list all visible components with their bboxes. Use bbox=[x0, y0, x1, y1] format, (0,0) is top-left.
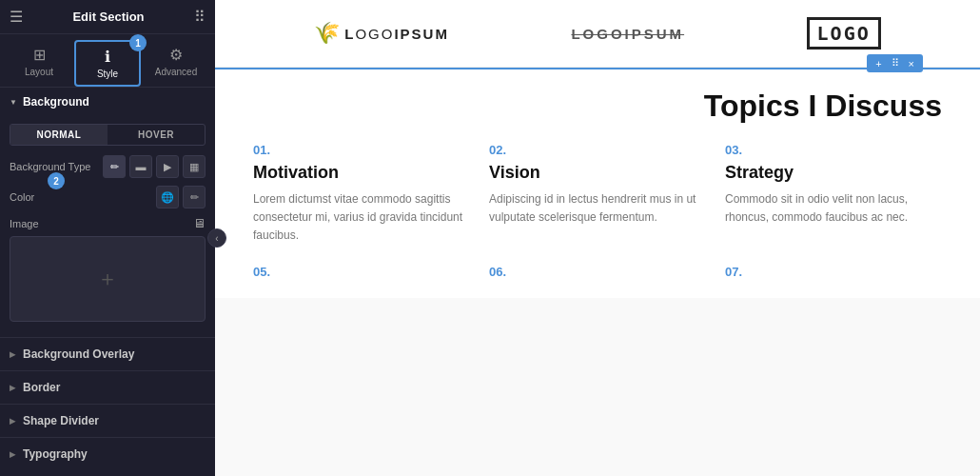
sidebar-tab-strip: ⊞ Layout ℹ Style 1 ⚙ Advanced bbox=[0, 34, 215, 88]
logo-1: 🌾 LOGOIPSUM bbox=[314, 21, 449, 46]
accordion-shape-divider-header[interactable]: ▶ Shape Divider bbox=[0, 405, 215, 437]
bg-overlay-arrow-icon: ▶ bbox=[10, 350, 15, 359]
color-label: Color bbox=[10, 191, 150, 203]
sidebar-title: Edit Section bbox=[23, 10, 194, 24]
sidebar: ☰ Edit Section ⠿ ⊞ Layout ℹ Style 1 ⚙ Ad… bbox=[0, 0, 215, 476]
bg-type-label: Background Type bbox=[10, 161, 97, 172]
logo-2-text: LOGOIPSUM bbox=[571, 26, 684, 42]
typography-label: Typography bbox=[23, 447, 88, 461]
logo-2: LOGOIPSUM bbox=[571, 26, 684, 42]
topic-3-desc: Commodo sit in odio velit non lacus, rho… bbox=[725, 190, 942, 227]
accordion-border: ▶ Border bbox=[0, 370, 215, 404]
mode-tab-normal[interactable]: NORMAL bbox=[10, 125, 108, 145]
bottom-num-3: 07. bbox=[725, 265, 942, 279]
image-label: Image bbox=[10, 218, 187, 229]
tab-advanced-label: Advanced bbox=[155, 67, 197, 77]
bottom-num-2: 06. bbox=[489, 265, 706, 279]
topic-2-number: 02. bbox=[489, 143, 706, 157]
topics-title: Topics I Discuss bbox=[253, 89, 942, 124]
style-icon: ℹ bbox=[105, 48, 110, 66]
bg-arrow-icon: ▼ bbox=[10, 98, 17, 107]
topic-1-number: 01. bbox=[253, 143, 470, 157]
bg-type-pen-btn[interactable]: ✏ bbox=[103, 155, 126, 178]
sidebar-collapse-toggle[interactable]: ‹ bbox=[207, 228, 226, 248]
logo-3-text: LOGO bbox=[807, 17, 881, 50]
accordion-bg-overlay-header[interactable]: ▶ Background Overlay bbox=[0, 338, 215, 370]
bg-overlay-label: Background Overlay bbox=[23, 347, 134, 361]
bg-type-rect-btn[interactable]: ▬ bbox=[129, 155, 152, 178]
tab-style[interactable]: ℹ Style 1 bbox=[74, 40, 141, 87]
topics-grid: 01. Motivation Lorem dictumst vitae comm… bbox=[253, 143, 942, 246]
hamburger-icon[interactable]: ☰ bbox=[10, 8, 23, 26]
shape-divider-label: Shape Divider bbox=[23, 414, 99, 427]
color-picker-btn[interactable]: ✏ bbox=[183, 186, 206, 208]
accordion-typography-header[interactable]: ▶ Typography bbox=[0, 438, 215, 470]
tab-layout-label: Layout bbox=[25, 67, 53, 77]
accordion-bg-overlay: ▶ Background Overlay bbox=[0, 337, 215, 370]
color-row: Color 🌐 ✏ 2 bbox=[10, 186, 206, 208]
accordion-shape-divider: ▶ Shape Divider bbox=[0, 404, 215, 437]
tab-layout[interactable]: ⊞ Layout bbox=[8, 40, 70, 87]
topic-card-1: 01. Motivation Lorem dictumst vitae comm… bbox=[253, 143, 470, 246]
bg-type-row: Background Type ✏ ▬ ▶ ▦ bbox=[10, 155, 206, 178]
shape-divider-arrow-icon: ▶ bbox=[10, 417, 15, 426]
section-close-btn[interactable]: × bbox=[906, 57, 917, 70]
topic-card-2: 02. Vision Adipiscing id in lectus hendr… bbox=[489, 143, 706, 246]
logo-1-icon: 🌾 bbox=[314, 21, 341, 46]
sidebar-topbar: ☰ Edit Section ⠿ bbox=[0, 0, 215, 34]
mode-tab-hover[interactable]: HOVER bbox=[108, 125, 205, 145]
bg-type-video-btn[interactable]: ▶ bbox=[156, 155, 179, 178]
border-arrow-icon: ▶ bbox=[10, 384, 15, 392]
layout-icon: ⊞ bbox=[33, 46, 46, 64]
topic-3-number: 03. bbox=[725, 143, 942, 157]
logo-3: LOGO bbox=[807, 17, 881, 50]
mode-tab-strip: NORMAL HOVER bbox=[10, 124, 206, 146]
typography-arrow-icon: ▶ bbox=[10, 450, 15, 459]
tab-advanced[interactable]: ⚙ Advanced bbox=[145, 40, 207, 87]
step-badge-2: 2 bbox=[48, 172, 65, 189]
topic-1-desc: Lorem dictumst vitae commodo sagittis co… bbox=[253, 190, 470, 246]
step-badge-1: 1 bbox=[129, 34, 147, 51]
accordion-typography: ▶ Typography bbox=[0, 437, 215, 470]
bg-type-controls: ✏ ▬ ▶ ▦ bbox=[103, 155, 206, 178]
topic-card-3: 03. Strategy Commodo sit in odio velit n… bbox=[725, 143, 942, 246]
section-add-btn[interactable]: + bbox=[872, 57, 884, 70]
bottom-numbers-row: 05. 06. 07. bbox=[253, 265, 942, 279]
logo-bar: 🌾 LOGOIPSUM LOGOIPSUM LOGO bbox=[215, 0, 980, 68]
logo-1-text: LOGOIPSUM bbox=[344, 26, 449, 42]
main-content: 🌾 LOGOIPSUM LOGOIPSUM LOGO + ⠿ × Topics … bbox=[215, 0, 980, 476]
color-globe-btn[interactable]: 🌐 bbox=[156, 186, 179, 208]
image-upload-area[interactable]: ＋ bbox=[10, 236, 206, 322]
topics-section: + ⠿ × Topics I Discuss 01. Motivation Lo… bbox=[215, 68, 980, 298]
bottom-num-1: 05. bbox=[253, 265, 470, 279]
upload-plus-icon: ＋ bbox=[97, 265, 118, 293]
topic-1-name: Motivation bbox=[253, 163, 470, 183]
image-monitor-icon: 🖥 bbox=[193, 216, 206, 230]
topic-2-desc: Adipiscing id in lectus hendrerit mus in… bbox=[489, 190, 706, 227]
background-label: Background bbox=[23, 95, 89, 109]
border-label: Border bbox=[23, 381, 60, 394]
background-panel: NORMAL HOVER Background Type ✏ ▬ ▶ ▦ Col… bbox=[0, 116, 215, 337]
tab-style-label: Style bbox=[97, 69, 118, 79]
color-controls: 🌐 ✏ bbox=[156, 186, 206, 208]
grid-icon[interactable]: ⠿ bbox=[194, 8, 206, 26]
image-row: Image 🖥 bbox=[10, 216, 206, 230]
bg-type-slide-btn[interactable]: ▦ bbox=[183, 155, 206, 178]
accordion-border-header[interactable]: ▶ Border bbox=[0, 371, 215, 404]
topic-3-name: Strategy bbox=[725, 163, 942, 183]
advanced-icon: ⚙ bbox=[169, 46, 183, 64]
topic-2-name: Vision bbox=[489, 163, 706, 183]
background-section-header[interactable]: ▼ Background bbox=[0, 88, 215, 116]
section-controls: + ⠿ × bbox=[867, 54, 923, 72]
section-move-btn[interactable]: ⠿ bbox=[889, 56, 902, 70]
